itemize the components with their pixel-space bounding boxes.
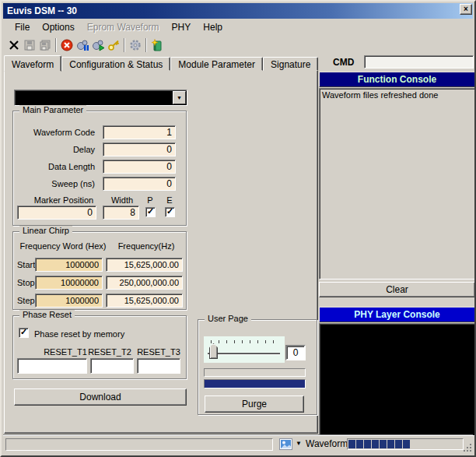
menu-bar: File Options Eprom Waveform PHY Help [3,19,473,35]
start-hz-field[interactable] [106,258,183,272]
reset-t3-label: RESET_T3 [136,347,181,357]
settings-gear-icon[interactable] [128,37,143,53]
phase-reset-checkbox-label: Phase reset by memory [34,329,124,339]
mode-label: Waveform [306,438,348,449]
purge-button[interactable]: Purge [205,395,304,413]
marker-p-checkbox[interactable]: ✓ [145,207,156,217]
toolbar-separator [55,38,57,52]
tab-strip: Waveform Configuration & Status Module P… [4,54,318,71]
stop-icon[interactable] [59,37,75,53]
reset-t2-field[interactable] [90,358,134,374]
title-bar: Euvis DSM -- 30 [3,3,473,19]
waveform-code-label: Waveform Code [13,128,95,137]
user-page-group: User Page 0 Purge [198,319,317,415]
user-page-title: User Page [205,314,251,323]
phase-reset-title: Phase Reset [19,310,75,319]
user-page-value[interactable]: 0 [285,345,306,360]
marker-width-label: Width [103,195,142,205]
marker-position-field[interactable] [17,206,96,220]
check-icon: ✓ [20,327,27,337]
menu-phy[interactable]: PHY [166,20,198,34]
reset-t1-label: RESET_T1 [37,347,94,357]
tab-signature[interactable]: Signature [263,57,318,71]
mode-dropdown-icon[interactable]: ▼ [296,440,302,447]
process-pause-icon[interactable] [75,37,90,53]
waveform-file-combobox[interactable]: ▼ [14,90,187,106]
menu-help[interactable]: Help [197,20,229,34]
resize-grip-icon[interactable] [463,443,472,452]
right-panel: CMD Function Console Waveform files refr… [319,54,475,436]
status-bar: ▼ Waveform [3,434,473,454]
step-hz-field[interactable] [106,294,183,308]
linear-chirp-title: Linear Chirp [19,226,72,235]
phase-reset-checkbox[interactable]: ✓ [19,328,29,338]
menu-file[interactable]: File [9,20,36,34]
waveform-tab-pane: ▼ Main Parameter Waveform Code Delay Dat… [4,70,318,434]
stop-label: Stop [17,278,36,287]
chevron-down-icon: ▼ [177,95,182,100]
check-icon: ✓ [147,206,154,216]
main-parameter-group: Main Parameter Waveform Code Delay Data … [12,111,187,226]
cmd-input[interactable] [364,55,474,69]
user-page-progress-filled [204,379,306,388]
marker-e-checkbox[interactable]: ✓ [165,207,175,217]
slider-ticks [211,340,275,343]
phase-reset-group: Phase Reset ✓ Phase reset by memory RESE… [12,315,187,379]
menu-options[interactable]: Options [36,20,80,34]
close-icon: × [464,5,468,13]
new-log-icon[interactable] [149,37,165,53]
start-label: Start [17,260,36,269]
slider-track[interactable] [208,353,280,355]
stop-hz-field[interactable] [106,276,183,290]
image-icon[interactable] [279,438,292,451]
sweep-label: Sweep (ns) [13,179,95,188]
delete-icon[interactable] [6,37,22,53]
step-hex-field[interactable] [35,294,103,308]
marker-position-label: Marker Position [21,195,107,205]
sweep-field[interactable] [103,177,176,191]
reset-t3-field[interactable] [137,358,180,374]
data-length-label: Data Length [13,162,95,171]
app-window: Euvis DSM -- 30 × File Options Eprom Wav… [0,0,476,457]
slider-thumb[interactable] [209,343,218,359]
stop-hex-field[interactable] [35,276,103,290]
phy-console-header: PHY Layer Console [319,307,475,322]
frequency-hz-header: Frequency(Hz) [110,241,183,251]
linear-chirp-group: Linear Chirp Frequency Word (Hex) Freque… [12,231,187,310]
download-button[interactable]: Download [14,388,187,406]
combobox-dropdown-button[interactable]: ▼ [173,91,186,104]
toolbar-separator [145,38,147,52]
user-page-progress-empty [204,368,306,377]
frequency-word-hex-header: Frequency Word (Hex) [16,241,110,251]
process-run-icon[interactable] [90,37,106,53]
status-progress [347,438,464,450]
start-hex-field[interactable] [35,258,103,272]
user-page-slider[interactable] [204,336,285,363]
console-message: Waveform files refreshed done [322,90,472,100]
check-icon: ✓ [166,206,173,216]
data-length-field[interactable] [103,160,176,174]
reset-t1-field[interactable] [17,358,87,374]
tab-waveform[interactable]: Waveform [4,55,61,72]
delay-field[interactable] [103,142,176,156]
marker-p-label: P [144,195,156,205]
function-console-list[interactable]: Waveform files refreshed done [319,88,475,279]
window-title: Euvis DSM -- 30 [7,5,77,16]
marker-width-field[interactable] [103,206,139,220]
main-parameter-title: Main Parameter [19,105,86,114]
menu-eprom-waveform[interactable]: Eprom Waveform [81,20,166,34]
step-label: Step [17,296,36,305]
function-console-header: Function Console [319,72,475,87]
toolbar-separator [124,38,125,52]
key-icon[interactable] [106,37,121,53]
delay-label: Delay [13,145,95,154]
close-button[interactable]: × [460,4,472,15]
save-all-icon[interactable] [37,37,53,53]
waveform-code-field[interactable] [103,125,176,139]
reset-t2-label: RESET_T2 [88,347,131,357]
cmd-label: CMD [333,57,354,68]
tab-module-parameter[interactable]: Module Parameter [170,57,263,71]
clear-button[interactable]: Clear [319,282,475,297]
save-icon[interactable] [22,37,37,53]
tab-configuration-status[interactable]: Configuration & Status [61,57,170,71]
